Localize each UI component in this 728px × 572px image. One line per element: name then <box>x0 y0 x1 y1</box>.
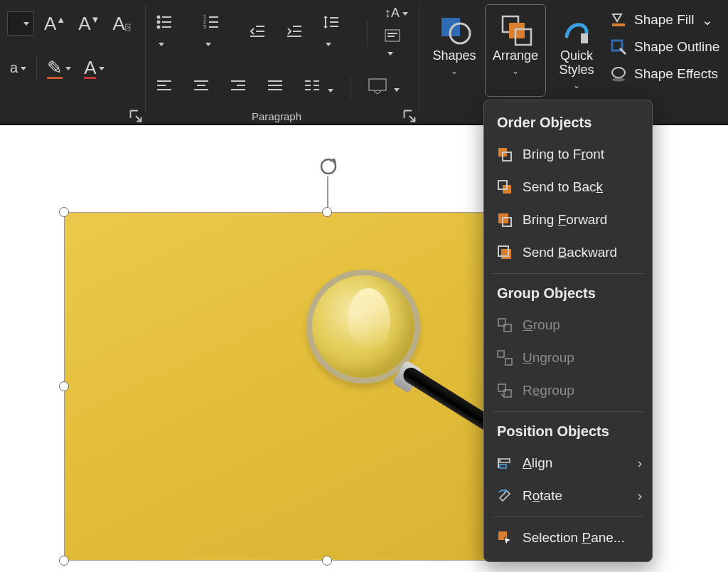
shape-fill-label: Shape Fill <box>634 12 695 28</box>
columns-icon[interactable] <box>301 73 336 103</box>
shape-fill-icon <box>610 11 627 28</box>
arrange-button[interactable]: Arrange ⌄ <box>485 4 546 97</box>
align-label: Align <box>523 455 552 471</box>
resize-handle-top-middle[interactable] <box>322 207 332 217</box>
bring-to-front-item[interactable]: Bring to Front <box>484 138 652 171</box>
send-to-back-label: Send to Back <box>523 179 603 195</box>
divider <box>367 21 368 46</box>
group-label: Group <box>523 317 560 333</box>
decrease-font-icon[interactable]: A▼ <box>75 9 102 39</box>
decrease-indent-icon[interactable] <box>246 18 269 48</box>
svg-rect-71 <box>500 465 506 468</box>
svg-rect-66 <box>505 359 512 365</box>
group-objects-title: Group Objects <box>484 278 652 309</box>
shape-outline-label: Shape Outline <box>634 39 719 55</box>
arrange-label: Arrange <box>493 49 538 63</box>
svg-rect-65 <box>498 351 504 357</box>
send-to-back-item[interactable]: Send to Back <box>484 171 652 203</box>
font-group: A▲ A▼ A⍄ a ✎ A <box>0 0 145 125</box>
divider <box>36 55 37 80</box>
svg-point-0 <box>158 16 160 18</box>
rotate-label: Rotate <box>523 488 562 504</box>
send-backward-label: Send Backward <box>523 245 617 260</box>
regroup-item: Regroup <box>484 374 652 407</box>
font-size-combo[interactable] <box>7 11 34 36</box>
line-spacing-icon[interactable] <box>320 9 353 58</box>
rotate-item[interactable]: Rotate › <box>484 480 652 512</box>
send-backward-item[interactable]: Send Backward <box>484 236 652 269</box>
chevron-down-icon: ⌄ <box>725 66 728 83</box>
resize-handle-middle-left[interactable] <box>59 381 69 391</box>
shape-outline-button[interactable]: Shape Outline ⌄ <box>610 38 728 55</box>
selection-pane-icon <box>497 530 513 546</box>
align-icon <box>497 455 513 471</box>
position-objects-title: Position Objects <box>484 416 652 447</box>
align-text-vertical-icon[interactable] <box>382 28 412 62</box>
chevron-down-icon: ⌄ <box>512 66 519 76</box>
order-objects-title: Order Objects <box>484 107 652 138</box>
svg-text:3: 3 <box>203 24 206 29</box>
bring-forward-label: Bring Forward <box>523 212 607 228</box>
arrange-dropdown-menu: Order Objects Bring to Front Send to Bac… <box>483 100 653 562</box>
rotate-handle-icon[interactable] <box>318 157 338 176</box>
clear-formatting-icon[interactable]: A⍄ <box>109 9 132 39</box>
bullets-icon[interactable] <box>153 9 186 58</box>
paragraph-group: 123 ↕A <box>146 0 419 125</box>
chevron-down-icon: ⌄ <box>451 66 458 76</box>
selection-pane-item[interactable]: Selection Pane... <box>484 521 652 554</box>
convert-smartart-icon[interactable] <box>365 74 402 102</box>
divider <box>493 273 643 274</box>
svg-point-54 <box>321 159 336 174</box>
bring-forward-item[interactable]: Bring Forward <box>484 203 652 236</box>
resize-handle-bottom-left[interactable] <box>59 556 69 566</box>
character-spacing-icon[interactable]: a <box>7 55 29 80</box>
shapes-button[interactable]: Shapes ⌄ <box>424 4 485 97</box>
ungroup-label: Ungroup <box>523 350 574 366</box>
svg-rect-70 <box>500 459 510 462</box>
text-direction-icon[interactable]: ↕A <box>382 4 412 22</box>
svg-point-4 <box>158 26 160 28</box>
svg-text:2: 2 <box>203 19 206 24</box>
divider <box>350 75 351 101</box>
font-dialog-launcher-icon[interactable] <box>129 110 142 122</box>
shape-effects-button[interactable]: Shape Effects ⌄ <box>610 65 728 83</box>
shape-fill-button[interactable]: Shape Fill ⌄ <box>610 11 728 28</box>
selection-pane-label: Selection Pane... <box>523 530 625 546</box>
regroup-label: Regroup <box>523 383 574 398</box>
paragraph-dialog-launcher-icon[interactable] <box>403 110 416 122</box>
svg-rect-49 <box>581 33 588 43</box>
svg-point-2 <box>158 21 160 23</box>
highlight-color-icon[interactable]: ✎ <box>44 53 74 83</box>
increase-indent-icon[interactable] <box>283 18 306 48</box>
font-color-icon[interactable]: A <box>81 53 107 83</box>
align-left-icon[interactable] <box>153 73 176 103</box>
quick-styles-icon <box>560 12 594 46</box>
paragraph-group-label: Paragraph <box>146 110 407 122</box>
align-center-icon[interactable] <box>190 73 213 103</box>
svg-text:1: 1 <box>203 14 206 19</box>
svg-point-52 <box>612 68 625 78</box>
regroup-icon <box>497 383 513 398</box>
justify-icon[interactable] <box>264 73 287 103</box>
send-backward-icon <box>497 245 513 260</box>
magnifying-glass-illustration <box>306 270 420 383</box>
increase-font-icon[interactable]: A▲ <box>41 9 68 39</box>
bring-to-front-icon <box>497 147 513 162</box>
divider <box>493 517 643 517</box>
numbering-icon[interactable]: 123 <box>200 9 232 58</box>
send-to-back-icon <box>497 179 513 195</box>
svg-rect-61 <box>501 249 511 259</box>
chevron-right-icon: › <box>638 488 642 504</box>
quick-styles-label: Quick Styles <box>559 49 594 78</box>
align-right-icon[interactable] <box>227 73 250 103</box>
align-item[interactable]: Align › <box>484 447 652 480</box>
bring-forward-icon <box>497 212 513 228</box>
quick-styles-button[interactable]: Quick Styles ⌄ <box>546 4 607 97</box>
shape-outline-icon <box>610 38 627 55</box>
shape-options: Shape Fill ⌄ Shape Outline ⌄ Shape Effec… <box>607 4 728 108</box>
resize-handle-bottom-middle[interactable] <box>322 556 332 566</box>
ungroup-item: Ungroup <box>484 341 652 374</box>
arrange-icon <box>498 12 532 46</box>
resize-handle-top-left[interactable] <box>59 207 69 217</box>
shapes-label: Shapes <box>432 49 476 63</box>
